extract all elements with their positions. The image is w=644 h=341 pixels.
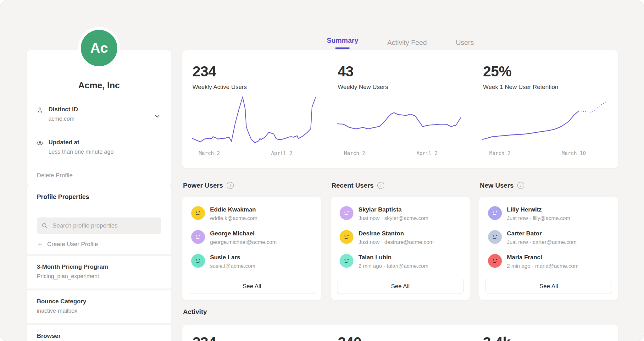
user-name[interactable]: Eddie Kwakman [210, 206, 258, 213]
stat-weekly-new-users: 43 Weekly New Users March 2 April 2 [328, 50, 473, 168]
axis-label-right: April 2 [271, 150, 292, 156]
summary-stats-card: 234 Weekly Active Users March 2 April 2 … [182, 50, 618, 168]
user-card: Lilly Herwitz Just now · lilly@acme.com … [479, 197, 618, 300]
list-item[interactable]: Skylar Baptista Just now · skyler@acme.c… [337, 206, 464, 230]
user-avatar [340, 254, 353, 268]
list-item[interactable]: Susie Lars susie.l@acme.com [189, 254, 315, 278]
stat-label: Weekly Active Users [192, 84, 318, 91]
axis-label-left: March 2 [489, 150, 510, 156]
user-avatar [191, 254, 205, 268]
user-meta: 2 min ago · talan@acme.com [358, 263, 428, 269]
info-icon[interactable]: i [517, 182, 524, 189]
list-item[interactable]: Desirae Stanton Just now · desirare@acme… [337, 230, 464, 254]
list-item[interactable]: Lilly Herwitz Just now · lilly@acme.com [486, 206, 612, 230]
user-avatar [488, 206, 502, 220]
activity-card: 234 240 3.4k [182, 325, 618, 341]
activity-title: Activity [183, 308, 207, 316]
user-avatar [191, 230, 205, 244]
search-icon [41, 222, 48, 229]
person-icon [36, 107, 44, 114]
user-meta: eddie.k@acme.com [210, 215, 258, 222]
user-name[interactable]: Talan Lubin [358, 254, 428, 261]
property-item[interactable]: 3-Month Pricing Program Pricing_plan_exp… [27, 254, 171, 289]
user-name[interactable]: Carter Bator [507, 230, 576, 237]
user-name[interactable]: Maria Franci [507, 254, 579, 261]
plus-icon [37, 241, 43, 247]
app-window: Ac Acme, Inc Distinct ID acme.com [0, 0, 644, 341]
info-icon[interactable]: i [227, 182, 234, 189]
list-item[interactable]: George Michael george.michael@acme.com [189, 230, 315, 254]
property-name: 3-Month Pricing Program [37, 263, 161, 270]
delete-profile-button[interactable]: Delete Profile [27, 164, 171, 186]
stat-label: Weekly New Users [338, 84, 463, 91]
stat-value: 234 [192, 63, 318, 80]
see-all-button[interactable]: See All [337, 279, 464, 294]
stat-value: 43 [338, 63, 463, 80]
user-name[interactable]: Desirae Stanton [358, 230, 434, 237]
profile-card: Acme, Inc Distinct ID acme.com Updated a… [27, 50, 171, 186]
field-value: Less than one minute ago [48, 149, 161, 155]
section-title: Power Users [183, 182, 223, 189]
user-avatar [488, 254, 502, 268]
company-name: Acme, Inc [78, 80, 120, 91]
field-row-updated-at: Updated at Less than one minute ago [27, 131, 171, 164]
activity-stat-value: 3.4k [483, 334, 608, 341]
profile-properties-title: Profile Properties [27, 185, 171, 209]
tab-summary[interactable]: Summary [327, 36, 358, 49]
property-item[interactable]: Browser Chrome [27, 323, 171, 341]
company-avatar-ring: Ac [78, 27, 120, 69]
activity-stat-value: 240 [338, 334, 463, 341]
field-label: Updated at [48, 139, 161, 146]
property-value: inactive-mailbox [37, 308, 161, 314]
axis-label-left: March 2 [199, 150, 220, 156]
user-name[interactable]: George Michael [210, 230, 277, 237]
chevron-down-icon[interactable] [154, 113, 161, 120]
sparkline-chart [337, 95, 461, 145]
list-item[interactable]: Maria Franci 2 min ago · maria@acme.com [486, 254, 612, 278]
tab-users[interactable]: Users [456, 36, 474, 49]
company-avatar: Ac [81, 30, 117, 66]
activity-stat-value: 234 [192, 334, 318, 341]
create-user-profile-button[interactable]: Create User Profile [37, 241, 161, 248]
search-input[interactable] [52, 222, 157, 229]
chart-axis: March 2 April 2 [337, 150, 461, 157]
stat-weekly-active-users: 234 Weekly Active Users March 2 April 2 [182, 50, 328, 168]
user-name[interactable]: Skylar Baptista [358, 206, 428, 213]
user-avatar [488, 230, 502, 244]
search-profile-properties[interactable] [37, 217, 161, 234]
property-item[interactable]: Bounce Category inactive-mailbox [27, 289, 171, 323]
stat-value: 25% [483, 63, 608, 80]
user-avatar [191, 206, 205, 220]
property-value: Pricing_plan_experiment [37, 273, 161, 280]
axis-label-right: March 10 [562, 150, 586, 156]
section-title: New Users [480, 182, 514, 189]
list-item[interactable]: Carter Bator Just now · carter@acme.com [486, 230, 612, 254]
see-all-button[interactable]: See All [189, 279, 315, 294]
property-name: Browser [37, 333, 161, 339]
tab-bar: Summary Activity Feed Users [182, 36, 618, 49]
user-meta: Just now · desirare@acme.com [358, 239, 434, 245]
see-all-button[interactable]: See All [486, 279, 612, 294]
user-meta: george.michael@acme.com [210, 239, 277, 245]
property-name: Bounce Category [37, 298, 161, 305]
create-user-profile-label: Create User Profile [47, 241, 98, 248]
eye-icon [36, 140, 44, 147]
user-avatar [340, 230, 353, 244]
chart-axis: March 2 March 10 [482, 150, 606, 157]
list-item[interactable]: Eddie Kwakman eddie.k@acme.com [189, 206, 315, 230]
new-users-section: New Users i Lilly Herwitz Just now · lil… [479, 182, 618, 300]
user-name[interactable]: Susie Lars [210, 254, 255, 261]
list-item[interactable]: Talan Lubin 2 min ago · talan@acme.com [337, 254, 464, 278]
field-label: Distinct ID [48, 106, 161, 113]
recent-users-section: Recent Users i Skylar Baptista Just now … [331, 182, 470, 300]
tab-activity-feed[interactable]: Activity Feed [387, 36, 427, 49]
axis-label-right: April 2 [416, 150, 437, 156]
axis-label-left: March 2 [344, 150, 365, 156]
user-meta: Just now · skyler@acme.com [358, 215, 428, 222]
user-meta: Just now · carter@acme.com [507, 239, 576, 245]
info-icon[interactable]: i [377, 182, 384, 189]
user-meta: susie.l@acme.com [210, 263, 255, 269]
user-meta: 2 min ago · maria@acme.com [507, 263, 579, 269]
field-row-distinct-id: Distinct ID acme.com [27, 98, 171, 131]
user-name[interactable]: Lilly Herwitz [507, 206, 570, 213]
